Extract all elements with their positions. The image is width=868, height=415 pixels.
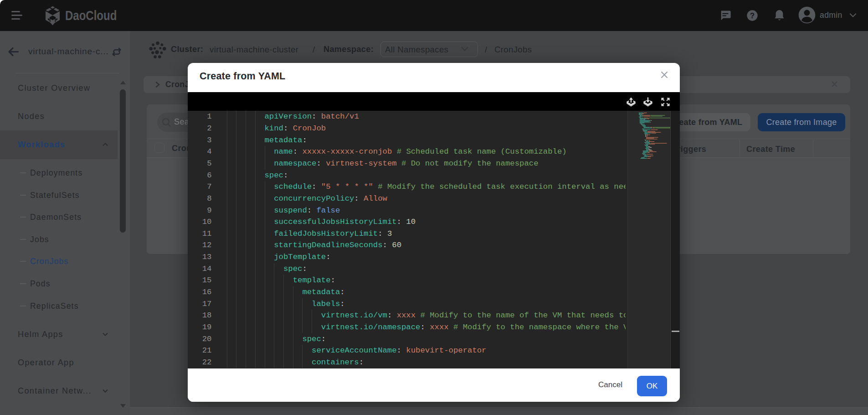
svg-text:?: ? bbox=[750, 11, 755, 20]
